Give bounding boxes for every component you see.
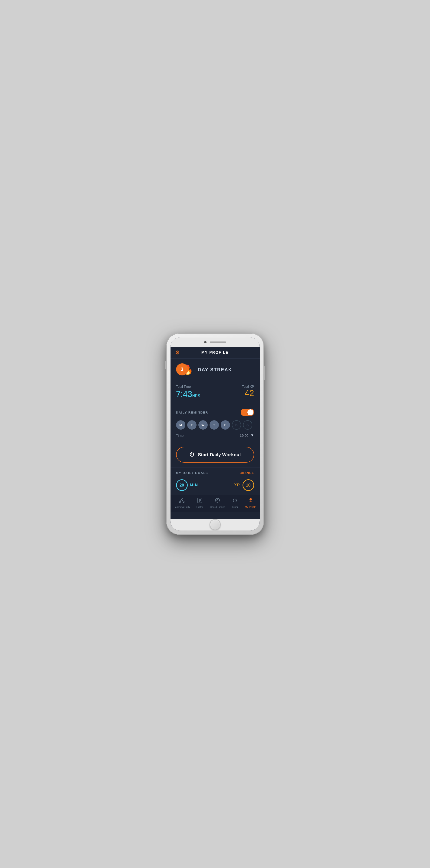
change-goals-button[interactable]: CHANGE [239,471,254,475]
minutes-circle: 20 [176,479,188,491]
nav-my-profile-label: My Profile [245,505,256,508]
total-xp-value: 42 [242,389,254,398]
svg-line-3 [180,499,181,501]
total-time-stat: Total Time 7:43HRS [176,385,200,399]
day-tuesday[interactable]: T [187,420,197,430]
start-workout-button[interactable]: ⏱ Start Daily Workout [176,447,254,463]
phone-screen: ⚙ MY PROFILE 3 🔥 DAY STREAK Total Time 7… [170,338,260,530]
day-friday[interactable]: F [221,420,230,430]
streak-count: 3 [176,363,188,375]
phone-bottom-bar [170,519,260,530]
goals-row: 20 MIN XP 10 [176,479,254,491]
streak-label: DAY STREAK [198,367,232,372]
learning-path-icon [179,497,185,505]
phone-top-bar [170,338,260,347]
goals-label: MY DAILY GOALS [176,471,208,475]
nav-chord-finder-label: Chord Finder [210,505,225,508]
gear-icon[interactable]: ⚙ [175,350,180,356]
app-header: ⚙ MY PROFILE [170,347,260,359]
reminder-toggle[interactable] [241,409,254,416]
home-button[interactable] [209,519,221,530]
nav-editor-label: Editor [197,505,203,508]
svg-line-15 [235,500,236,500]
svg-point-10 [217,500,218,501]
header-title: MY PROFILE [201,350,229,355]
svg-point-1 [179,501,180,503]
total-time-value: 7:43HRS [176,390,200,399]
nav-tuner[interactable]: Tuner [232,497,238,508]
reminder-row: DAILY REMINDER [176,409,254,416]
time-label: Time [176,434,184,437]
svg-point-2 [183,501,184,503]
total-xp-label: Total XP [242,385,254,389]
day-monday[interactable]: M [176,420,186,430]
time-value: 19:00 [240,434,249,437]
goals-header: MY DAILY GOALS CHANGE [176,471,254,475]
total-time-label: Total Time [176,385,200,389]
editor-icon [197,497,203,505]
toggle-knob [247,409,254,415]
xp-label: XP [234,483,240,487]
goal-minutes: 20 MIN [176,479,198,491]
nav-learning-path[interactable]: Learning Path [174,497,190,508]
streak-badge: 3 🔥 [176,363,192,376]
app-screen: ⚙ MY PROFILE 3 🔥 DAY STREAK Total Time 7… [170,347,260,519]
day-wednesday[interactable]: W [198,420,208,430]
svg-point-0 [181,498,183,499]
stopwatch-icon: ⏱ [189,452,195,458]
nav-learning-path-label: Learning Path [174,505,190,508]
total-xp-stat: Total XP 42 [242,385,254,399]
minutes-label: MIN [190,483,198,487]
svg-line-4 [181,499,183,501]
chevron-down-icon: ▼ [251,433,254,437]
nav-tuner-label: Tuner [232,505,238,508]
camera-dot [204,341,206,343]
goals-section: MY DAILY GOALS CHANGE 20 MIN XP 10 [170,467,260,495]
tuner-icon [232,497,238,505]
bottom-nav: Learning Path Editor [170,495,260,512]
speaker-bar [210,341,226,343]
svg-point-16 [250,498,252,500]
stats-row: Total Time 7:43HRS Total XP 42 [170,380,260,404]
time-selector[interactable]: 19:00 ▼ [240,433,254,437]
day-saturday[interactable]: S [232,420,241,430]
chord-finder-icon [214,497,221,505]
nav-my-profile[interactable]: My Profile [245,497,256,508]
nav-chord-finder[interactable]: Chord Finder [210,497,225,508]
my-profile-icon [247,497,254,505]
nav-editor[interactable]: Editor [197,497,203,508]
reminder-label: DAILY REMINDER [176,411,208,414]
reminder-section: DAILY REMINDER M T W T F S S [170,404,260,442]
day-sunday[interactable]: S [243,420,252,430]
workout-button-section: ⏱ Start Daily Workout [170,442,260,467]
day-thursday[interactable]: T [209,420,219,430]
phone-frame: ⚙ MY PROFILE 3 🔥 DAY STREAK Total Time 7… [166,333,264,535]
streak-section: 3 🔥 DAY STREAK [170,359,260,380]
xp-circle: 10 [242,479,254,491]
goal-xp: XP 10 [234,479,254,491]
workout-button-label: Start Daily Workout [198,452,241,458]
days-row: M T W T F S S [176,420,254,430]
time-row: Time 19:00 ▼ [176,433,254,442]
